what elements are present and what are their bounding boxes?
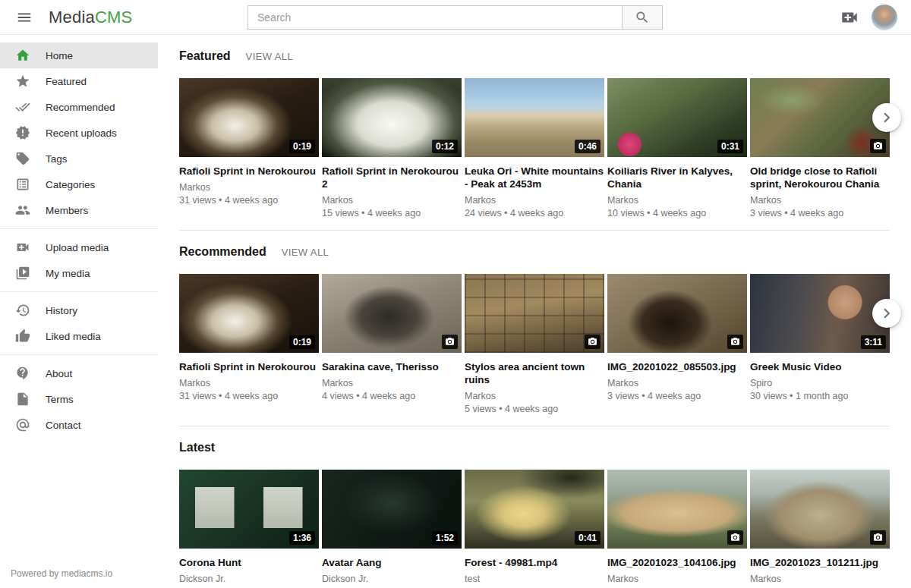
media-card[interactable]: 0:31 Koiliaris River in Kalyves, Chania … bbox=[607, 78, 747, 219]
media-title[interactable]: Stylos area ancient town ruins bbox=[465, 360, 604, 386]
media-title[interactable]: Forest - 49981.mp4 bbox=[465, 556, 604, 569]
media-thumbnail[interactable]: 0:41 bbox=[465, 470, 604, 549]
sidebar-item-label: Categories bbox=[46, 179, 95, 190]
media-thumbnail[interactable]: 0:31 bbox=[607, 78, 747, 157]
logo[interactable]: MediaCMS bbox=[49, 8, 132, 27]
view-all-link[interactable]: VIEW ALL bbox=[246, 51, 293, 62]
media-author[interactable]: test bbox=[465, 574, 604, 584]
duration-badge: 3:11 bbox=[861, 335, 886, 349]
media-card[interactable]: 0:12 Rafioli Sprint in Nerokourou 2 Mark… bbox=[322, 78, 462, 219]
section-title: Recommended bbox=[179, 245, 266, 259]
sidebar-item-history[interactable]: History bbox=[0, 297, 158, 323]
sidebar-item-recommended[interactable]: Recommended bbox=[0, 94, 158, 120]
media-card[interactable]: 3:11 Greek Music Video Spiro 30 views • … bbox=[750, 274, 890, 414]
search-input[interactable] bbox=[247, 5, 623, 30]
media-title[interactable]: IMG_20201022_085503.jpg bbox=[607, 360, 747, 373]
sidebar-item-categories[interactable]: Categories bbox=[0, 171, 158, 197]
media-title[interactable]: IMG_20201023_104106.jpg bbox=[607, 556, 747, 569]
media-card[interactable]: 0:46 Leuka Ori - White mountains - Peak … bbox=[465, 78, 604, 219]
media-card[interactable]: Stylos area ancient town ruins Markos 5 … bbox=[465, 274, 604, 414]
upload-media-icon[interactable] bbox=[840, 8, 859, 27]
media-author[interactable]: Dickson Jr. bbox=[179, 574, 319, 584]
media-author[interactable]: Dickson Jr. bbox=[322, 574, 462, 584]
media-author[interactable]: Markos bbox=[607, 195, 747, 206]
media-thumbnail[interactable]: 1:36 bbox=[179, 470, 319, 549]
media-card[interactable]: 0:19 Rafioli Sprint in Nerokourou Markos… bbox=[179, 274, 319, 414]
media-title[interactable]: Leuka Ori - White mountains - Peak at 24… bbox=[465, 165, 604, 190]
thumb-up-icon bbox=[15, 329, 30, 344]
media-thumbnail[interactable]: 0:12 bbox=[322, 78, 462, 157]
media-author[interactable]: Markos bbox=[750, 574, 890, 584]
sidebar-item-my-media[interactable]: My media bbox=[0, 260, 158, 286]
media-title[interactable]: Sarakina cave, Therisso bbox=[322, 360, 462, 373]
media-thumbnail[interactable] bbox=[607, 274, 747, 353]
section-header: Recommended VIEW ALL bbox=[179, 245, 890, 259]
sidebar-item-liked-media[interactable]: Liked media bbox=[0, 323, 158, 349]
media-card[interactable]: 0:19 Rafioli Sprint in Nerokourou Markos… bbox=[179, 78, 319, 219]
carousel-next-button[interactable] bbox=[872, 299, 901, 328]
media-title[interactable]: Rafioli Sprint in Nerokourou bbox=[179, 165, 319, 178]
cards-row: 0:19 Rafioli Sprint in Nerokourou Markos… bbox=[179, 78, 890, 219]
media-author[interactable]: Markos bbox=[607, 378, 747, 388]
media-meta: 3 views • 4 weeks ago bbox=[607, 391, 747, 401]
media-title[interactable]: IMG_20201023_101211.jpg bbox=[750, 556, 890, 569]
media-card[interactable]: 1:52 Avatar Aang Dickson Jr. 12 views • … bbox=[322, 470, 462, 588]
sidebar-item-label: My media bbox=[46, 268, 90, 279]
sidebar-item-recent-uploads[interactable]: Recent uploads bbox=[0, 120, 158, 146]
media-title[interactable]: Old bridge close to Rafioli sprint, Nero… bbox=[750, 165, 890, 190]
media-card[interactable]: IMG_20201023_104106.jpg Markos 4 views •… bbox=[607, 470, 747, 588]
sidebar-item-home[interactable]: Home bbox=[0, 42, 158, 68]
media-card[interactable]: 0:41 Forest - 49981.mp4 test 17 views • … bbox=[465, 470, 604, 588]
sidebar-item-contact[interactable]: Contact bbox=[0, 412, 158, 438]
video-library-icon bbox=[15, 266, 30, 281]
search-bar bbox=[247, 5, 664, 30]
sidebar-item-members[interactable]: Members bbox=[0, 197, 158, 223]
sidebar-divider bbox=[0, 291, 158, 292]
media-thumbnail[interactable] bbox=[465, 274, 604, 353]
view-all-link[interactable]: VIEW ALL bbox=[282, 247, 329, 258]
sidebar-item-upload-media[interactable]: Upload media bbox=[0, 234, 158, 260]
media-thumbnail[interactable] bbox=[750, 470, 890, 549]
media-thumbnail[interactable] bbox=[322, 274, 462, 353]
document-icon bbox=[15, 391, 30, 407]
media-title[interactable]: Rafioli Sprint in Nerokourou 2 bbox=[322, 165, 462, 190]
media-card[interactable]: IMG_20201023_101211.jpg Markos 4 views •… bbox=[750, 470, 890, 588]
avatar[interactable] bbox=[872, 5, 897, 30]
media-author[interactable]: Spiro bbox=[750, 378, 890, 388]
media-author[interactable]: Markos bbox=[322, 195, 462, 206]
cards-row: 1:36 Corona Hunt Dickson Jr. 6 views • 4… bbox=[179, 470, 890, 588]
media-thumbnail[interactable]: 0:19 bbox=[179, 274, 319, 353]
media-author[interactable]: Markos bbox=[179, 378, 319, 388]
media-author[interactable]: Markos bbox=[179, 182, 319, 193]
media-card[interactable]: 1:36 Corona Hunt Dickson Jr. 6 views • 4… bbox=[179, 470, 319, 588]
menu-icon[interactable] bbox=[9, 2, 39, 33]
media-thumbnail[interactable]: 3:11 bbox=[750, 274, 890, 353]
sidebar-item-featured[interactable]: Featured bbox=[0, 68, 158, 94]
media-author[interactable]: Markos bbox=[322, 378, 462, 388]
powered-by: Powered by mediacms.io bbox=[11, 568, 112, 579]
media-author[interactable]: Markos bbox=[750, 195, 890, 206]
media-thumbnail[interactable]: 0:46 bbox=[465, 78, 604, 157]
carousel-next-button[interactable] bbox=[872, 103, 901, 132]
media-title[interactable]: Koiliaris River in Kalyves, Chania bbox=[607, 165, 747, 190]
media-author[interactable]: Markos bbox=[465, 391, 604, 401]
page: MediaCMS Home Featured Recommend bbox=[0, 0, 911, 588]
media-thumbnail[interactable]: 0:19 bbox=[179, 78, 319, 157]
media-title[interactable]: Avatar Aang bbox=[322, 556, 462, 569]
media-title[interactable]: Corona Hunt bbox=[179, 556, 319, 569]
photo-camera-icon bbox=[585, 335, 601, 349]
search-button[interactable] bbox=[622, 5, 663, 30]
media-card[interactable]: IMG_20201022_085503.jpg Markos 3 views •… bbox=[607, 274, 747, 414]
media-thumbnail[interactable] bbox=[750, 78, 890, 157]
sidebar-item-tags[interactable]: Tags bbox=[0, 146, 158, 171]
media-author[interactable]: Markos bbox=[607, 574, 747, 584]
media-title[interactable]: Rafioli Sprint in Nerokourou bbox=[179, 360, 319, 373]
media-thumbnail[interactable] bbox=[607, 470, 747, 549]
sidebar-item-about[interactable]: About bbox=[0, 360, 158, 386]
media-thumbnail[interactable]: 1:52 bbox=[322, 470, 462, 549]
media-title[interactable]: Greek Music Video bbox=[750, 360, 890, 373]
media-card[interactable]: Sarakina cave, Therisso Markos 4 views •… bbox=[322, 274, 462, 414]
sidebar-item-terms[interactable]: Terms bbox=[0, 386, 158, 412]
media-author[interactable]: Markos bbox=[465, 195, 604, 206]
media-card[interactable]: Old bridge close to Rafioli sprint, Nero… bbox=[750, 78, 890, 219]
